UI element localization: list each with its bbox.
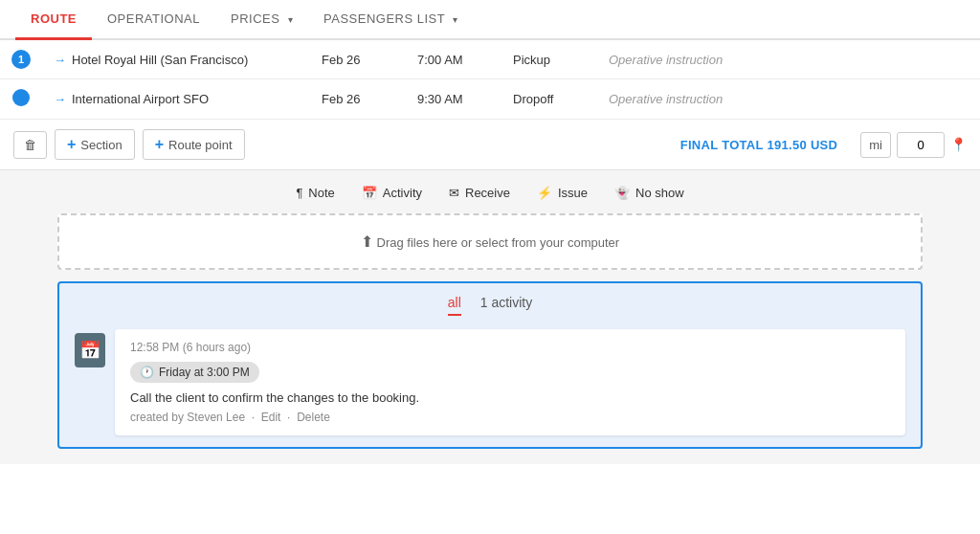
- stop-date: Feb 26: [310, 79, 406, 120]
- distance-input[interactable]: [897, 132, 945, 158]
- bottom-section: ¶Note📅Activity✉Receive⚡Issue👻No show ⬆ D…: [0, 170, 980, 464]
- action-activity[interactable]: 📅Activity: [362, 186, 422, 200]
- trash-icon: 🗑: [24, 138, 36, 152]
- action-bar: ¶Note📅Activity✉Receive⚡Issue👻No show: [57, 186, 923, 200]
- tab-passengers-list[interactable]: PASSENGERS LIST ▾: [308, 0, 474, 40]
- add-route-point-button[interactable]: + Route point: [143, 129, 245, 160]
- activity-tabs: all1 activity: [75, 295, 905, 316]
- stop-time: 9:30 AM: [406, 79, 501, 120]
- activity-meta: created by Steven Lee · Edit · Delete: [130, 411, 890, 424]
- activity-card: 12:58 PM (6 hours ago) 🕐 Friday at 3:00 …: [115, 329, 905, 435]
- note-icon: ¶: [296, 186, 302, 200]
- drop-zone-text: Drag files here or select from your comp…: [377, 235, 620, 250]
- receive-icon: ✉: [449, 186, 459, 200]
- stop-note: Operative instruction: [597, 79, 980, 120]
- upload-icon: ⬆: [361, 234, 373, 250]
- clock-icon: 🕐: [140, 366, 154, 379]
- nav-tabs: ROUTE OPERATIONAL PRICES ▾ PASSENGERS LI…: [0, 0, 980, 40]
- delete-link[interactable]: Delete: [297, 411, 330, 424]
- edit-link[interactable]: Edit: [261, 411, 281, 424]
- activity-panel: all1 activity 📅 12:58 PM (6 hours ago) 🕐…: [57, 281, 923, 449]
- unit-label[interactable]: mi: [860, 132, 891, 158]
- action-label: Note: [308, 186, 334, 200]
- prices-chevron-icon: ▾: [288, 14, 294, 25]
- stop-type: Pickup: [501, 40, 597, 79]
- route-table: 1→Hotel Royal Hill (San Francisco)Feb 26…: [0, 40, 980, 120]
- activity-tab-1activity[interactable]: 1 activity: [480, 295, 532, 316]
- activity-tab-all[interactable]: all: [448, 295, 461, 316]
- pin-icon: 📍: [950, 137, 967, 152]
- table-row: →International Airport SFOFeb 269:30 AMD…: [0, 79, 980, 120]
- tab-prices[interactable]: PRICES ▾: [215, 0, 308, 40]
- calendar-icon: 📅: [75, 333, 105, 367]
- unit-selector: mi 📍: [860, 132, 967, 158]
- add-section-button[interactable]: + Section: [55, 129, 135, 160]
- table-row: 1→Hotel Royal Hill (San Francisco)Feb 26…: [0, 40, 980, 79]
- tab-route[interactable]: ROUTE: [15, 0, 92, 40]
- delete-button[interactable]: 🗑: [13, 131, 47, 159]
- noshow-icon: 👻: [614, 186, 630, 200]
- plus-section-icon: +: [67, 136, 76, 153]
- stop-date: Feb 26: [310, 40, 406, 79]
- timeline-dot: [0, 79, 42, 120]
- action-note[interactable]: ¶Note: [296, 186, 334, 200]
- stop-location: →International Airport SFO: [42, 79, 310, 120]
- activity-item: 📅 12:58 PM (6 hours ago) 🕐 Friday at 3:0…: [75, 329, 905, 435]
- action-issue[interactable]: ⚡Issue: [537, 186, 588, 200]
- activity-icon: 📅: [362, 186, 377, 200]
- toolbar: 🗑 + Section + Route point FINAL TOTAL 19…: [0, 120, 980, 170]
- time-badge-text: Friday at 3:00 PM: [159, 366, 250, 379]
- activity-text: Call the client to confirm the changes t…: [130, 390, 890, 405]
- time-badge: 🕐 Friday at 3:00 PM: [130, 362, 259, 383]
- action-label: No show: [635, 186, 684, 200]
- stop-note: Operative instruction: [597, 40, 980, 79]
- tab-operational[interactable]: OPERATIONAL: [92, 0, 215, 40]
- timeline-dot: 1: [0, 40, 42, 79]
- action-label: Receive: [465, 186, 510, 200]
- passengers-chevron-icon: ▾: [453, 14, 458, 25]
- final-total-label: FINAL TOTAL 191.50 USD: [680, 138, 838, 152]
- stop-time: 7:00 AM: [406, 40, 501, 79]
- created-by: created by Steven Lee: [130, 411, 245, 424]
- action-noshow[interactable]: 👻No show: [614, 186, 684, 200]
- drop-zone[interactable]: ⬆ Drag files here or select from your co…: [57, 213, 923, 270]
- plus-route-icon: +: [155, 136, 164, 153]
- action-label: Activity: [383, 186, 422, 200]
- issue-icon: ⚡: [537, 186, 552, 200]
- action-label: Issue: [558, 186, 588, 200]
- stop-type: Dropoff: [501, 79, 597, 120]
- stop-location: →Hotel Royal Hill (San Francisco): [42, 40, 310, 79]
- activity-timestamp: 12:58 PM (6 hours ago): [130, 341, 890, 354]
- action-receive[interactable]: ✉Receive: [449, 186, 510, 200]
